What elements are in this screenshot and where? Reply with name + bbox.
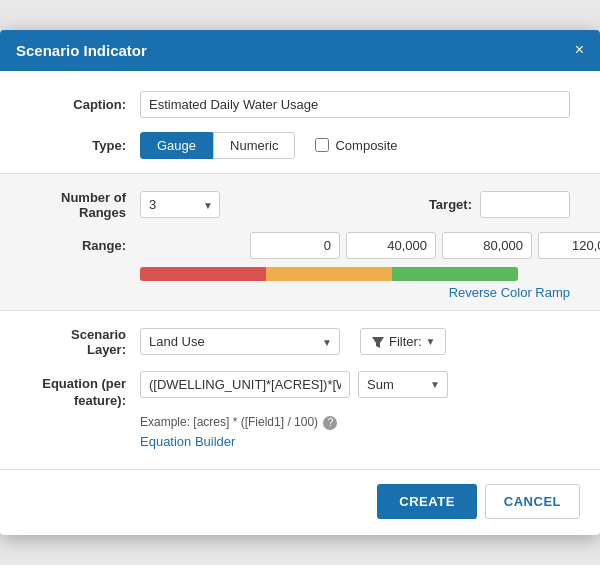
equation-sum-select-wrap: Sum Average Count [358, 371, 448, 398]
filter-dropdown-arrow: ▼ [426, 336, 436, 347]
range-row: Range: [30, 232, 570, 259]
close-button[interactable]: × [575, 42, 584, 58]
composite-label[interactable]: Composite [315, 138, 397, 153]
ranges-select[interactable]: 3 2 4 [140, 191, 220, 218]
scenario-indicator-dialog: Scenario Indicator × Caption: Type: Gaug… [0, 30, 600, 536]
ranges-section: Number of Ranges 3 2 4 Target: Range: [0, 173, 600, 311]
number-of-ranges-row: Number of Ranges 3 2 4 Target: [30, 190, 570, 220]
composite-checkbox[interactable] [315, 138, 329, 152]
range-input-1[interactable] [346, 232, 436, 259]
range-input-0[interactable] [250, 232, 340, 259]
type-row: Type: Gauge Numeric Composite [30, 132, 570, 159]
create-button[interactable]: CREATE [377, 484, 476, 519]
scenario-layer-select-wrap: Land Use Other [140, 328, 340, 355]
composite-label-text: Composite [335, 138, 397, 153]
equation-label: Equation (per feature): [30, 371, 140, 410]
type-label: Type: [30, 138, 140, 153]
range-label: Range: [30, 238, 140, 253]
color-bar-green [392, 267, 518, 281]
reverse-color-ramp-link[interactable]: Reverse Color Ramp [449, 285, 570, 300]
scenario-layer-row: Scenario Layer: Land Use Other Filter: ▼ [30, 327, 570, 357]
equation-sum-select[interactable]: Sum Average Count [358, 371, 448, 398]
equation-input[interactable] [140, 371, 350, 398]
range-input-2[interactable] [442, 232, 532, 259]
dialog-body: Caption: Type: Gauge Numeric Composite N… [0, 71, 600, 470]
dialog-header: Scenario Indicator × [0, 30, 600, 71]
example-text: Example: [acres] * ([Field1] / 100) [140, 415, 318, 429]
caption-input[interactable] [140, 91, 570, 118]
help-icon[interactable]: ? [323, 416, 337, 430]
range-fields [250, 232, 600, 259]
type-gauge-button[interactable]: Gauge [140, 132, 213, 159]
type-numeric-button[interactable]: Numeric [213, 132, 295, 159]
color-bar-red [140, 267, 266, 281]
target-input[interactable] [480, 191, 570, 218]
scenario-layer-select[interactable]: Land Use Other [140, 328, 340, 355]
funnel-icon [371, 335, 385, 349]
range-input-3[interactable] [538, 232, 600, 259]
caption-label: Caption: [30, 97, 140, 112]
svg-marker-0 [372, 337, 384, 348]
target-group: Target: [429, 191, 570, 218]
equation-row: Equation (per feature): Sum Average Coun… [30, 371, 570, 410]
scenario-layer-label: Scenario Layer: [30, 327, 140, 357]
equation-builder-link[interactable]: Equation Builder [140, 434, 570, 449]
type-group: Gauge Numeric [140, 132, 295, 159]
reverse-link-row: Reverse Color Ramp [30, 285, 570, 300]
dialog-footer: CREATE CANCEL [0, 469, 600, 535]
color-bar-yellow [266, 267, 392, 281]
cancel-button[interactable]: CANCEL [485, 484, 580, 519]
main-section: Scenario Layer: Land Use Other Filter: ▼ [30, 311, 570, 450]
target-label: Target: [429, 197, 472, 212]
example-row: Example: [acres] * ([Field1] / 100) ? [140, 415, 570, 430]
ranges-select-wrap: 3 2 4 [140, 191, 220, 218]
caption-row: Caption: [30, 91, 570, 118]
filter-label: Filter: [389, 334, 422, 349]
dialog-title: Scenario Indicator [16, 42, 147, 59]
color-bar [140, 267, 518, 281]
number-of-ranges-label: Number of Ranges [30, 190, 140, 220]
filter-button[interactable]: Filter: ▼ [360, 328, 446, 355]
